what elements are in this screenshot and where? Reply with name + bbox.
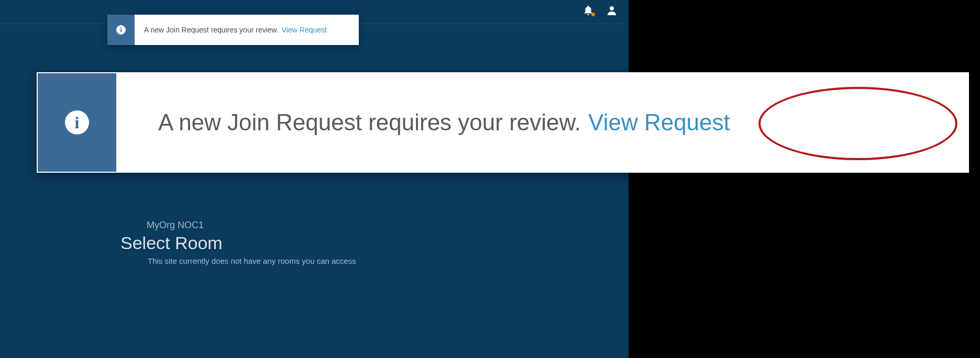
notifications-button[interactable] — [582, 4, 594, 17]
banner-message: A new Join Request requires your review.… — [135, 15, 359, 45]
info-icon: i — [116, 25, 126, 35]
app-window: MyOrg NOC1 Select Room This site current… — [0, 0, 629, 358]
banner-icon-strip: i — [107, 15, 135, 45]
empty-rooms-message: This site currently does not have any ro… — [148, 256, 356, 265]
info-icon: i — [65, 110, 89, 135]
notification-dot-icon — [591, 13, 595, 16]
banner-text: A new Join Request requires your review. — [144, 26, 279, 34]
svg-point-0 — [610, 6, 614, 10]
user-menu-button[interactable] — [605, 4, 618, 17]
user-icon — [605, 4, 618, 17]
banner-icon-strip-zoom: i — [38, 73, 116, 172]
org-site-label: MyOrg NOC1 — [147, 220, 356, 231]
annotation-highlight-ellipse — [758, 87, 957, 160]
notification-banner: i A new Join Request requires your revie… — [107, 15, 359, 45]
page-heading: Select Room — [120, 233, 356, 253]
main-content: MyOrg NOC1 Select Room This site current… — [120, 220, 356, 265]
view-request-link[interactable]: View Request — [282, 26, 327, 34]
top-bar-icons — [582, 4, 618, 17]
banner-message-zoom: A new Join Request requires your review.… — [116, 73, 968, 172]
notification-banner-zoom: i A new Join Request requires your revie… — [37, 72, 969, 173]
view-request-link-zoom[interactable]: View Request — [588, 109, 730, 136]
banner-text-zoom: A new Join Request requires your review. — [158, 109, 581, 136]
